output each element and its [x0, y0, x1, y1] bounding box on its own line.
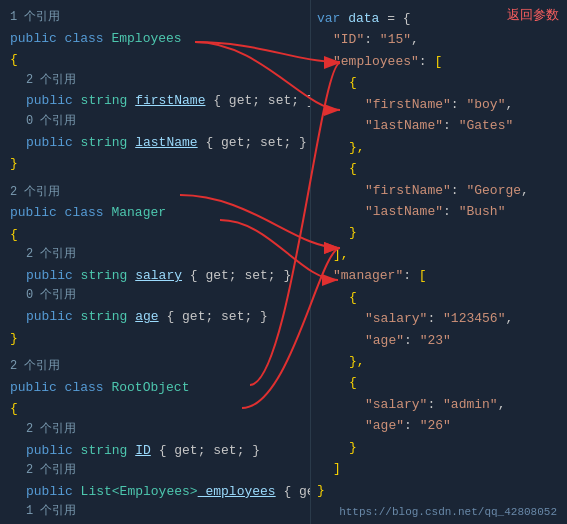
accessor: { get; set; }: [205, 93, 314, 108]
pub-kw6: public: [10, 380, 65, 395]
rootobject-class-decl: public class RootObject: [10, 377, 300, 398]
json-manager-key: "manager": [: [317, 265, 559, 286]
main-container: 1 个引用 public class Employees { 2 个引用 pub…: [0, 0, 567, 524]
lastname-name: lastName: [135, 135, 197, 150]
json-firstname1: "firstName": "boy",: [317, 94, 559, 115]
ref-count-3: 2 个引用: [10, 357, 300, 377]
pub-kw7: public: [26, 443, 81, 458]
open-brace-3: {: [10, 398, 300, 419]
ref-count-1: 1 个引用: [10, 8, 300, 28]
open-brace-1: {: [10, 49, 300, 70]
id-name: ID: [135, 443, 151, 458]
lastname-property: public string lastName { get; set; }: [10, 132, 300, 153]
accessor3: { get; set; }: [182, 268, 291, 283]
list-type: List<Employees>: [81, 484, 198, 499]
left-code-panel: 1 个引用 public class Employees { 2 个引用 pub…: [0, 0, 310, 524]
json-close: }: [317, 480, 559, 501]
age-name: age: [135, 309, 158, 324]
return-params-label: 返回参数: [507, 6, 559, 24]
json-mgr-bracket: ]: [317, 458, 559, 479]
ref-count-manager-prop: 1 个引用: [10, 502, 300, 522]
string-type2: string: [81, 135, 136, 150]
class-kw3: class: [65, 380, 112, 395]
json-salary2: "salary": "admin",: [317, 394, 559, 415]
json-employees-key: "employees": [: [317, 51, 559, 72]
employees-class-section: 1 个引用 public class Employees { 2 个引用 pub…: [10, 8, 300, 175]
json-id: "ID": "15",: [317, 29, 559, 50]
ref-count-2: 2 个引用: [10, 183, 300, 203]
json-salary1: "salary": "123456",: [317, 308, 559, 329]
string-type4: string: [81, 309, 136, 324]
accessor5: { get; set; }: [151, 443, 260, 458]
json-lastname2: "lastName": "Bush": [317, 201, 559, 222]
employees-class-decl: public class Employees: [10, 28, 300, 49]
pub-kw8: public: [26, 484, 81, 499]
json-mgr-brace1: {: [317, 287, 559, 308]
json-mgr-brace4: }: [317, 437, 559, 458]
right-json-panel: var data = { "ID": "15", "employees": [ …: [310, 0, 567, 524]
ref-count-lastname: 0 个引用: [10, 112, 300, 132]
json-mgr-brace2: },: [317, 351, 559, 372]
json-emp-brace3: {: [317, 158, 559, 179]
rootobject-class-section: 2 个引用 public class RootObject { 2 个引用 pu…: [10, 357, 300, 524]
json-emp-bracket: ],: [317, 244, 559, 265]
employees-prop-name: employees: [198, 484, 276, 499]
json-age1: "age": "23": [317, 330, 559, 351]
class-keyword: class: [65, 31, 112, 46]
age-property: public string age { get; set; }: [10, 306, 300, 327]
ref-count-age: 0 个引用: [10, 286, 300, 306]
source-url: https://blog.csdn.net/qq_42808052: [339, 506, 557, 518]
json-firstname2: "firstName": "George,: [317, 180, 559, 201]
manager-class-name: Manager: [111, 205, 166, 220]
salary-property: public string salary { get; set; }: [10, 265, 300, 286]
pub-kw4: public: [26, 268, 81, 283]
json-age2: "age": "26": [317, 415, 559, 436]
ref-count-salary: 2 个引用: [10, 245, 300, 265]
ref-count-firstname: 2 个引用: [10, 71, 300, 91]
firstname-property: public string firstName { get; set; }: [10, 90, 300, 111]
ref-count-employees-prop: 2 个引用: [10, 461, 300, 481]
pub-kw3: public: [10, 205, 65, 220]
close-brace-1: }: [10, 153, 300, 174]
pub-kw2: public: [26, 135, 81, 150]
accessor2: { get; set; }: [198, 135, 307, 150]
string-type: string: [81, 93, 136, 108]
firstname-name: firstName: [135, 93, 205, 108]
pub-kw: public: [26, 93, 81, 108]
employees-class-name: Employees: [111, 31, 181, 46]
public-keyword: public: [10, 31, 65, 46]
json-mgr-brace3: {: [317, 372, 559, 393]
id-property: public string ID { get; set; }: [10, 440, 300, 461]
json-emp-brace4: }: [317, 222, 559, 243]
ref-count-id: 2 个引用: [10, 420, 300, 440]
json-emp-brace1: {: [317, 72, 559, 93]
string-type5: string: [81, 443, 136, 458]
class-kw2: class: [65, 205, 112, 220]
json-lastname1: "lastName": "Gates": [317, 115, 559, 136]
json-content: var data = { "ID": "15", "employees": [ …: [317, 8, 559, 501]
manager-class-decl: public class Manager: [10, 202, 300, 223]
manager-class-section: 2 个引用 public class Manager { 2 个引用 publi…: [10, 183, 300, 350]
salary-name: salary: [135, 268, 182, 283]
string-type3: string: [81, 268, 136, 283]
pub-kw5: public: [26, 309, 81, 324]
rootobject-class-name: RootObject: [111, 380, 189, 395]
json-emp-brace2: },: [317, 137, 559, 158]
open-brace-2: {: [10, 224, 300, 245]
employees-list-property: public List<Employees> employees { get; …: [10, 481, 300, 502]
accessor4: { get; set; }: [159, 309, 268, 324]
close-brace-2: }: [10, 328, 300, 349]
